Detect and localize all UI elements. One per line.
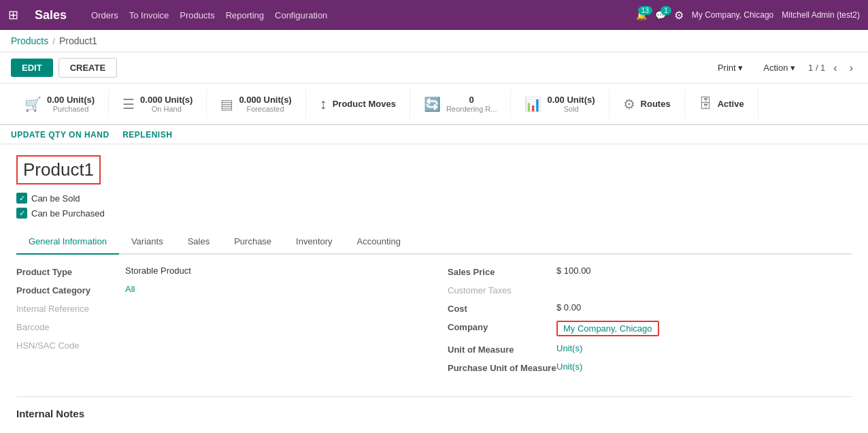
tab-purchase[interactable]: Purchase [222, 229, 284, 255]
hand-icon: ☰ [122, 96, 135, 112]
print-button[interactable]: Print ▾ [710, 58, 750, 78]
bar-icon: 📊 [524, 96, 541, 112]
company-value[interactable]: My Company, Chicago [563, 323, 652, 334]
sold-label: Sold [547, 105, 595, 113]
product-category-value[interactable]: All [125, 284, 135, 294]
nav-products[interactable]: Products [180, 7, 214, 23]
sales-price-row: Sales Price $ 100.00 [448, 266, 852, 277]
uom-value[interactable]: Unit(s) [556, 343, 582, 353]
chat-icon[interactable]: 💬1 [655, 10, 666, 20]
product-type-label: Product Type [16, 266, 125, 277]
internal-reference-row: Internal Reference [16, 302, 420, 314]
tab-variants[interactable]: Variants [119, 229, 176, 255]
notification-icon[interactable]: 🔔13 [636, 10, 647, 20]
barcode-row: Barcode [16, 321, 420, 332]
smart-btn-active[interactable]: 🗄 Active [685, 89, 758, 118]
smart-btn-on-hand[interactable]: ☰ 0.000 Unit(s) On Hand [109, 89, 207, 118]
can-be-sold-checkbox[interactable] [16, 193, 27, 204]
product-category-label: Product Category [16, 284, 125, 295]
purchase-uom-value[interactable]: Unit(s) [556, 362, 582, 372]
can-be-sold-label: Can be Sold [31, 193, 80, 204]
product-name[interactable]: Product1 [23, 159, 94, 180]
internal-notes-section: Internal Notes [16, 396, 852, 430]
forecasted-value: 0.000 Unit(s) [239, 95, 291, 105]
top-navigation: ⊞ Sales Orders To Invoice Products Repor… [0, 0, 868, 30]
breadcrumb-current: Product1 [59, 35, 97, 46]
uom-row: Unit of Measure Unit(s) [448, 343, 852, 355]
reorder-icon: 🔄 [424, 96, 441, 112]
notification-badge: 13 [638, 6, 652, 15]
internal-notes-title: Internal Notes [16, 408, 852, 419]
create-button[interactable]: CREATE [59, 58, 117, 78]
forecasted-label: Forecasted [239, 105, 291, 113]
action-button[interactable]: Action ▾ [756, 58, 803, 78]
sold-value: 0.00 Unit(s) [547, 95, 595, 105]
smart-btn-purchased[interactable]: 🛒 0.00 Unit(s) Purchased [11, 89, 109, 118]
smart-buttons-bar: 🛒 0.00 Unit(s) Purchased ☰ 0.000 Unit(s)… [0, 84, 868, 125]
product-moves-label: Product Moves [333, 99, 396, 109]
tab-sales[interactable]: Sales [176, 229, 222, 255]
tab-accounting[interactable]: Accounting [345, 229, 413, 255]
smart-btn-routes[interactable]: ⚙ Routes [610, 89, 685, 118]
breadcrumb-parent[interactable]: Products [11, 35, 48, 46]
reordering-value: 0 [446, 95, 497, 105]
on-hand-label: On Hand [140, 105, 193, 113]
breadcrumb-bar: Products / Product1 [0, 30, 868, 52]
on-hand-value: 0.000 Unit(s) [140, 95, 193, 105]
company-row: Company My Company, Chicago [448, 321, 852, 336]
cart-icon: 🛒 [24, 96, 41, 112]
purchased-value: 0.00 Unit(s) [47, 95, 95, 105]
app-name: Sales [35, 8, 67, 22]
nav-items: Orders To Invoice Products Reporting Con… [91, 7, 622, 23]
nav-to-invoice[interactable]: To Invoice [129, 7, 169, 23]
cost-value[interactable]: $ 0.00 [556, 302, 581, 312]
purchase-uom-label: Purchase Unit of Measure [448, 362, 556, 373]
product-type-row: Product Type Storable Product [16, 266, 420, 277]
product-category-row: Product Category All [16, 284, 420, 295]
smart-btn-sold[interactable]: 📊 0.00 Unit(s) Sold [511, 89, 609, 118]
sales-price-value[interactable]: $ 100.00 [556, 266, 591, 276]
product-type-value: Storable Product [125, 266, 191, 276]
action-label: Action [763, 63, 788, 73]
form-section: Product Type Storable Product Product Ca… [16, 255, 852, 391]
update-qty-button[interactable]: UPDATE QTY ON HAND [11, 130, 110, 140]
settings-icon[interactable]: ⚙ [674, 9, 684, 22]
pagination: 1 / 1 ‹ › [808, 61, 857, 76]
routes-label: Routes [641, 99, 671, 109]
edit-button[interactable]: EDIT [11, 59, 53, 77]
company-label: Company [448, 321, 556, 332]
hsn-label: HSN/SAC Code [16, 339, 125, 351]
action-bar: EDIT CREATE Print ▾ Action ▾ 1 / 1 ‹ › [0, 52, 868, 84]
tab-inventory[interactable]: Inventory [284, 229, 344, 255]
can-be-purchased-row: Can be Purchased [16, 208, 852, 219]
tab-general-information[interactable]: General Information [16, 229, 119, 255]
form-left-column: Product Type Storable Product Product Ca… [16, 266, 420, 380]
move-icon: ↕ [320, 95, 327, 113]
nav-orders[interactable]: Orders [91, 7, 118, 23]
user-menu[interactable]: Mitchell Admin (test2) [782, 10, 860, 20]
right-icons: 🔔13 💬1 ⚙ My Company, Chicago Mitchell Ad… [636, 9, 860, 22]
smart-btn-forecasted[interactable]: ▤ 0.000 Unit(s) Forecasted [207, 89, 305, 118]
active-icon: 🗄 [699, 96, 712, 112]
app-grid-icon[interactable]: ⊞ [8, 7, 18, 22]
customer-taxes-label: Customer Taxes [448, 284, 556, 295]
reordering-label: Reordering R... [446, 105, 497, 113]
next-page-button[interactable]: › [846, 61, 857, 76]
barcode-label: Barcode [16, 321, 125, 332]
nav-configuration[interactable]: Configuration [275, 7, 327, 23]
smart-btn-product-moves[interactable]: ↕ Product Moves [306, 89, 410, 118]
nav-reporting[interactable]: Reporting [226, 7, 264, 23]
smart-btn-reordering[interactable]: 🔄 0 Reordering R... [410, 89, 512, 118]
update-bar: UPDATE QTY ON HAND REPLENISH [0, 125, 868, 144]
cost-label: Cost [448, 302, 556, 314]
customer-taxes-row: Customer Taxes [448, 284, 852, 295]
prev-page-button[interactable]: ‹ [829, 61, 841, 76]
form-tabs: General Information Variants Sales Purch… [16, 229, 852, 255]
can-be-purchased-label: Can be Purchased [31, 208, 105, 219]
can-be-sold-row: Can be Sold [16, 193, 852, 204]
company-selector[interactable]: My Company, Chicago [692, 10, 774, 20]
purchase-uom-row: Purchase Unit of Measure Unit(s) [448, 362, 852, 373]
can-be-purchased-checkbox[interactable] [16, 208, 27, 219]
product-name-box: Product1 [16, 155, 101, 185]
replenish-button[interactable]: REPLENISH [122, 130, 172, 140]
